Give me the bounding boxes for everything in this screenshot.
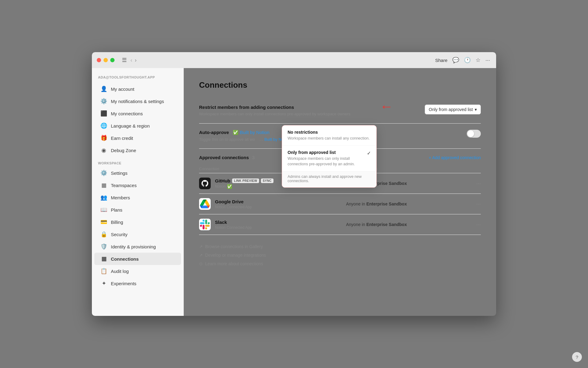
- table-row: Google Drive Notion Connected App Anyone…: [199, 194, 481, 214]
- star-icon[interactable]: ☆: [476, 57, 481, 63]
- sidebar-item-language[interactable]: 🌐 Language & region: [94, 120, 181, 132]
- sidebar-item-label: Teamspaces: [111, 183, 137, 188]
- gdrive-name: Google Drive: [215, 199, 346, 204]
- maximize-button[interactable]: [110, 58, 115, 62]
- link-preview-badge: LINK PREVIEW: [232, 178, 259, 183]
- earn-credit-icon: 🎁: [100, 135, 107, 141]
- sidebar-item-teamspaces[interactable]: ▦ Teamspaces: [94, 179, 181, 191]
- sidebar-item-debug-zone[interactable]: ◉ Debug Zone: [94, 144, 181, 156]
- popup-note: Admins can always install and approve ne…: [282, 171, 376, 187]
- sidebar-item-my-account[interactable]: 👤 My account: [94, 83, 181, 95]
- members-icon: 👥: [100, 194, 107, 201]
- sidebar-item-label: Connections: [111, 256, 139, 262]
- verified-icon: ✅: [227, 184, 232, 189]
- plans-icon: 📖: [100, 206, 107, 213]
- restrict-dropdown[interactable]: Only from approved list ▾: [425, 105, 481, 114]
- sidebar-item-members[interactable]: 👥 Members: [94, 191, 181, 204]
- no-restrictions-title: No restrictions: [288, 130, 371, 135]
- window-body: ADA@TOOLSFORTHOUGHT.APP 👤 My account ⚙️ …: [92, 68, 496, 316]
- main-content: Connections Restrict members from adding…: [184, 68, 496, 316]
- help-icon: ?: [576, 355, 578, 360]
- sidebar-item-audit-log[interactable]: 📋 Audit log: [94, 265, 181, 277]
- approved-list-option[interactable]: Only from approved list Workspace member…: [282, 146, 376, 171]
- sidebar-item-label: Audit log: [111, 269, 129, 274]
- connections-ws-icon: ▦: [100, 255, 107, 262]
- sidebar-item-experiments[interactable]: ✦ Experiments: [94, 277, 181, 289]
- no-restrictions-desc: Workspace members can install any connec…: [288, 136, 371, 141]
- github-logo: [199, 178, 211, 189]
- sidebar-item-label: My account: [111, 86, 134, 92]
- close-button[interactable]: [97, 58, 101, 62]
- page-title: Connections: [199, 80, 481, 90]
- sidebar-item-label: My notifications & settings: [111, 99, 164, 104]
- auto-approve-toggle[interactable]: [467, 130, 481, 138]
- restrict-members-row: Restrict members from adding connections…: [199, 98, 481, 124]
- help-button[interactable]: ?: [572, 352, 582, 362]
- sidebar-item-earn-credit[interactable]: 🎁 Earn credit: [94, 132, 181, 144]
- sidebar-item-settings[interactable]: ⚙️ Settings: [94, 167, 181, 179]
- browse-gallery-link[interactable]: ↗ Browse connections in Gallery: [199, 242, 481, 251]
- forward-arrow-icon[interactable]: ›: [135, 57, 137, 63]
- sidebar-item-connections[interactable]: ▦ Connections: [94, 253, 181, 265]
- more-icon[interactable]: ···: [485, 57, 490, 63]
- debug-icon: ◉: [100, 147, 107, 154]
- language-icon: 🌐: [100, 122, 107, 129]
- security-icon: 🔒: [100, 231, 107, 238]
- restriction-dropdown-popup: No restrictions Workspace members can in…: [282, 125, 377, 188]
- sidebar-item-label: Earn credit: [111, 136, 133, 141]
- traffic-lights: [97, 58, 115, 62]
- sidebar-item-label: Settings: [111, 171, 127, 176]
- dropdown-value: Only from approved list: [429, 107, 473, 112]
- history-icon[interactable]: 🕐: [464, 57, 471, 63]
- sidebar-item-label: Identity & provisioning: [111, 244, 156, 249]
- hamburger-icon[interactable]: ☰: [122, 57, 127, 63]
- titlebar: ☰ ‹ › Share 💬 🕐 ☆ ···: [92, 52, 496, 68]
- sidebar-item-plans[interactable]: 📖 Plans: [94, 204, 181, 216]
- develop-icon: ↗: [199, 253, 203, 258]
- no-restrictions-option[interactable]: No restrictions Workspace members can in…: [282, 125, 376, 146]
- selected-checkmark-icon: ✓: [367, 150, 371, 156]
- develop-integrations-link[interactable]: ↗ Develop or manage integrations: [199, 251, 481, 259]
- approved-list-desc: Workspace members can only install conne…: [288, 156, 364, 167]
- sync-badge: SYNC: [261, 178, 273, 183]
- sidebar-item-label: Language & region: [111, 123, 150, 128]
- github-more-button[interactable]: ···: [469, 180, 481, 187]
- sidebar-item-label: Debug Zone: [111, 148, 136, 153]
- sidebar-item-label: My connections: [111, 111, 143, 116]
- browse-gallery-icon: ↗: [199, 244, 203, 249]
- audit-icon: 📋: [100, 268, 107, 274]
- sidebar-item-billing[interactable]: 💳 Billing: [94, 216, 181, 228]
- table-row: Slack Notion Connected App Anyone in Ent…: [199, 214, 481, 235]
- sidebar-item-security[interactable]: 🔒 Security: [94, 228, 181, 240]
- gdrive-more-button[interactable]: ···: [469, 201, 481, 207]
- built-by-notion-link[interactable]: Built by Notion: [240, 130, 270, 135]
- slack-access: Anyone in Enterprise Sandbox: [346, 222, 469, 227]
- notifications-icon: ⚙️: [100, 98, 107, 105]
- slack-more-button[interactable]: ···: [469, 221, 481, 228]
- approved-list-title: Only from approved list: [288, 150, 364, 155]
- workspace-section-label: WORKSPACE: [92, 156, 183, 167]
- experiments-icon: ✦: [100, 280, 107, 287]
- back-arrow-icon[interactable]: ‹: [130, 57, 132, 63]
- sidebar-email: ADA@TOOLSFORTHOUGHT.APP: [92, 74, 183, 83]
- sidebar-item-my-connections[interactable]: ⬛ My connections: [94, 107, 181, 120]
- add-approved-connection-button[interactable]: + Add approved connection: [429, 155, 481, 160]
- chat-icon[interactable]: 💬: [452, 57, 459, 63]
- footer-links: ↗ Browse connections in Gallery ↗ Develo…: [199, 235, 481, 270]
- settings-icon: ⚙️: [100, 170, 107, 176]
- info-icon: ⊙: [199, 261, 203, 266]
- share-button[interactable]: Share: [435, 58, 447, 63]
- identity-icon: 🛡️: [100, 243, 107, 250]
- sidebar: ADA@TOOLSFORTHOUGHT.APP 👤 My account ⚙️ …: [92, 68, 184, 316]
- billing-icon: 💳: [100, 219, 107, 225]
- sidebar-item-label: Members: [111, 195, 130, 200]
- minimize-button[interactable]: [104, 58, 108, 62]
- learn-more-link[interactable]: ⊙ Learn more about connections: [199, 259, 481, 268]
- sidebar-item-label: Experiments: [111, 281, 136, 286]
- chevron-down-icon: ▾: [475, 107, 477, 112]
- sidebar-item-identity-provisioning[interactable]: 🛡️ Identity & provisioning: [94, 240, 181, 253]
- teamspaces-icon: ▦: [100, 182, 107, 189]
- gdrive-access: Anyone in Enterprise Sandbox: [346, 201, 469, 206]
- sidebar-item-label: Billing: [111, 220, 123, 225]
- sidebar-item-notifications[interactable]: ⚙️ My notifications & settings: [94, 95, 181, 107]
